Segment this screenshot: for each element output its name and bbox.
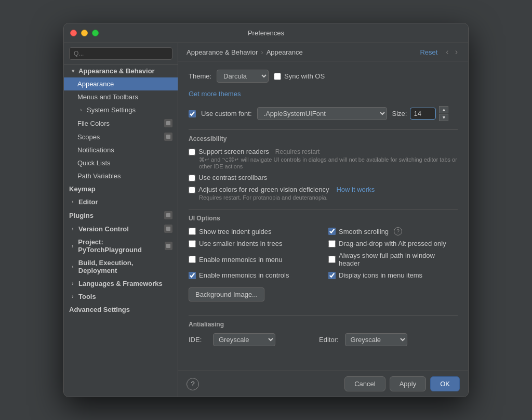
requires-restart-label: Requires restart [275,148,320,155]
smaller-indents-label: Use smaller indents in trees [199,240,282,247]
breadcrumb-bar: Appearance & Behavior › Appearance Reset… [178,43,468,61]
file-colors-badge [164,119,172,127]
sidebar-item-plugins[interactable]: Plugins [64,208,178,222]
custom-font-checkbox[interactable] [189,110,196,117]
size-decrement-button[interactable]: ▼ [439,114,448,121]
mnemonics-menu-checkbox[interactable] [189,256,196,263]
smooth-scrolling-checkbox[interactable] [328,228,336,235]
display-icons-label: Display icons in menu items [339,271,422,279]
smooth-scrolling-help-icon[interactable]: ? [394,227,402,235]
project-badge [165,242,172,250]
screen-readers-label: Support screen readers [198,148,269,155]
sidebar-item-version-control[interactable]: › Version Control [64,222,178,235]
breadcrumb-separator: › [261,48,263,56]
full-path-checkbox[interactable] [328,256,336,263]
minimize-button[interactable] [81,30,88,36]
contrast-scrollbars-checkbox[interactable] [189,175,195,181]
ide-antialias-label: IDE: [189,336,207,344]
background-image-button[interactable]: Background Image... [189,287,264,301]
smooth-scrolling-label: Smooth scrolling [339,228,389,235]
reset-button[interactable]: Reset [420,48,437,56]
bottom-right-buttons: Cancel Apply OK [344,376,460,391]
nav-back-button[interactable]: ‹ [444,47,450,57]
antialiasing-row: IDE: Greyscale None Subpixel LCD Editor:… [189,333,458,346]
chevron-right-icon-lang: › [69,280,76,287]
sidebar-item-tools[interactable]: › Tools [64,290,178,303]
screen-readers-row: Support screen readers Requires restart … [189,148,458,169]
sidebar-item-appearance[interactable]: Appearance [64,77,178,90]
chevron-right-icon-proj: › [69,242,76,250]
smaller-indents-checkbox[interactable] [189,240,196,247]
mnemonics-controls-checkbox[interactable] [189,272,196,279]
traffic-lights [70,30,99,36]
sidebar-item-keymap[interactable]: Keymap [64,182,178,195]
bottom-bar: ? Cancel Apply OK [178,371,468,397]
smooth-scrolling-row: Smooth scrolling ? [328,227,458,235]
size-increment-button[interactable]: ▲ [439,106,448,113]
sidebar-item-advanced[interactable]: Advanced Settings [64,303,178,316]
sidebar-item-editor[interactable]: › Editor [64,195,178,208]
svg-rect-4 [166,244,170,248]
main-content: ▾ Appearance & Behavior Appearance Menus… [64,43,468,397]
adjust-colors-checkbox[interactable] [189,187,195,193]
breadcrumb-current: Appearance [267,48,303,56]
adjust-colors-label: Adjust colors for red-green vision defic… [198,186,329,193]
sidebar-search-container [64,43,178,64]
sidebar-item-path-variables[interactable]: Path Variables [64,169,178,182]
apply-button[interactable]: Apply [390,376,427,391]
accessibility-title: Accessibility [189,135,458,142]
screen-readers-checkbox[interactable] [189,149,195,155]
mnemonics-menu-row: Enable mnemonics in menu [189,252,318,267]
cancel-button[interactable]: Cancel [344,376,385,391]
editor-antialias-select[interactable]: Greyscale None Subpixel LCD [345,333,407,346]
sidebar-item-file-colors[interactable]: File Colors [64,116,178,130]
accessibility-section: Accessibility Support screen readers Req… [189,135,458,201]
mnemonics-menu-label: Enable mnemonics in menu [199,256,282,264]
display-icons-row: Display icons in menu items [328,271,458,279]
svg-rect-2 [166,213,170,217]
antialiasing-section: Antialiasing IDE: Greyscale None Subpixe… [189,321,458,346]
size-spinner: ▲ ▼ [439,106,448,121]
drag-drop-label: Drag-and-drop with Alt pressed only [339,240,446,247]
theme-dropdown[interactable]: Darcula [217,70,269,83]
sidebar-item-build[interactable]: › Build, Execution, Deployment [64,256,178,277]
ok-button[interactable]: OK [430,376,460,391]
font-select[interactable]: .AppleSystemUIFont [257,107,387,120]
ide-antialias-select[interactable]: Greyscale None Subpixel LCD [213,333,275,346]
full-path-row: Always show full path in window header [328,252,458,267]
get-more-themes-link[interactable]: Get more themes [189,90,241,98]
search-input[interactable] [69,47,172,60]
sidebar-item-appearance-behavior[interactable]: ▾ Appearance & Behavior [64,64,178,77]
display-icons-checkbox[interactable] [328,272,336,279]
nav-forward-button[interactable]: › [453,47,460,57]
antialiasing-title: Antialiasing [189,321,458,328]
sidebar-item-languages[interactable]: › Languages & Frameworks [64,277,178,290]
size-input[interactable] [410,108,436,120]
tree-indent-checkbox[interactable] [189,228,196,235]
sidebar-item-notifications[interactable]: Notifications [64,143,178,156]
divider-2 [189,209,458,209]
sidebar-item-project[interactable]: › Project: PyTorchPlayground [64,235,178,256]
smaller-indents-row: Use smaller indents in trees [189,240,318,247]
divider-3 [189,315,458,316]
close-button[interactable] [70,30,77,36]
how-it-works-link[interactable]: How it works [336,186,375,193]
chevron-right-icon-editor: › [69,199,76,206]
ui-options-section: UI Options Show tree indent guides Smoot… [189,215,458,310]
sidebar-item-quick-lists[interactable]: Quick Lists [64,156,178,169]
sidebar-item-menus-toolbars[interactable]: Menus and Toolbars [64,90,178,103]
window-title: Preferences [248,29,284,37]
sidebar: ▾ Appearance & Behavior Appearance Menus… [64,43,178,397]
full-path-label: Always show full path in window header [339,252,458,267]
maximize-button[interactable] [92,30,99,36]
sidebar-item-scopes[interactable]: Scopes [64,130,178,143]
screen-readers-desc: ⌘↵ and ⌥⌘↵ will navigate UI controls in … [199,156,458,169]
help-button[interactable]: ? [187,378,199,390]
adjust-colors-row: Adjust colors for red-green vision defic… [189,186,458,201]
sidebar-item-system-settings[interactable]: › System Settings [64,103,178,116]
tree-indent-row: Show tree indent guides [189,227,318,235]
drag-drop-checkbox[interactable] [328,240,336,247]
title-bar: Preferences [64,23,468,43]
sync-with-os-checkbox[interactable] [274,73,281,80]
svg-rect-1 [166,135,170,139]
